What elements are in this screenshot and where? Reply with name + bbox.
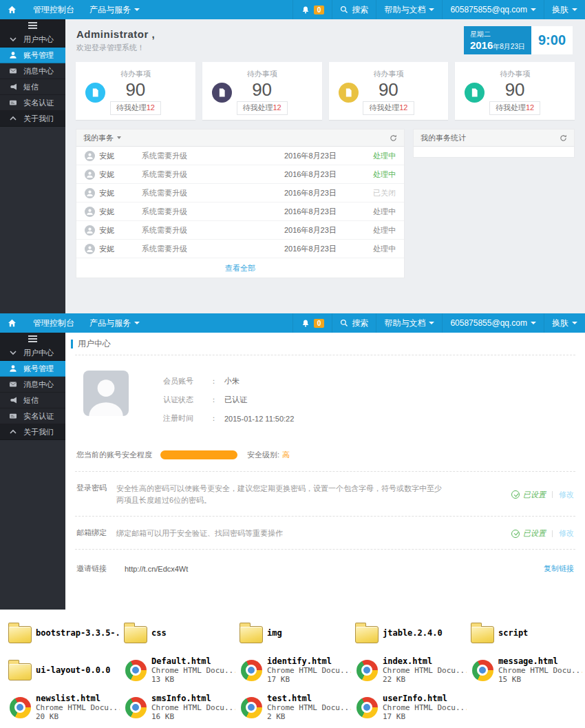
file-item[interactable]: jtable.2.4.0: [351, 615, 467, 651]
file-size: 22 KB: [383, 675, 467, 684]
task-row[interactable]: 安妮 系统需要升级 2016年8月23日 处理中: [76, 240, 404, 258]
skin-menu[interactable]: 换肤: [544, 313, 585, 333]
account-menu[interactable]: 605875855@qq.com: [442, 0, 544, 19]
navbar-right: 0 搜索 帮助与文档 605875855@qq.com 换肤: [292, 0, 585, 19]
task-user: 安妮: [99, 188, 142, 198]
chevron-up-icon: [8, 114, 17, 123]
bell-icon: [301, 6, 310, 14]
setting-description: 安全性高的密码可以使账号更安全，建议您定期更换密码，设置一个包含字母，符号或数字…: [116, 483, 447, 506]
sidebar-item[interactable]: 用户中心: [0, 32, 65, 48]
file-item[interactable]: ui-layout-0.0.0: [4, 652, 120, 688]
idcard-icon: [8, 98, 17, 107]
folder-icon: [351, 623, 383, 643]
nav-products[interactable]: 产品与服务: [82, 313, 147, 333]
nav-console[interactable]: 管理控制台: [25, 313, 82, 333]
file-item[interactable]: Default.html Chrome HTML Docu... 13 KB: [120, 652, 235, 688]
document-icon: [85, 83, 105, 103]
avatar: [83, 371, 129, 416]
file-item[interactable]: message.html Chrome HTML Docu... 15 KB: [467, 652, 582, 688]
date-box: 星期二 2016年8月23日: [464, 26, 531, 54]
handle-button[interactable]: 待我处理12: [110, 101, 161, 115]
menu-toggle[interactable]: [0, 19, 65, 32]
view-all-link[interactable]: 查看全部: [225, 263, 255, 273]
nav-console[interactable]: 管理控制台: [25, 0, 82, 19]
account-menu[interactable]: 605875855@qq.com: [442, 313, 544, 333]
home-button[interactable]: [0, 313, 25, 333]
file-item[interactable]: bootstrap-3.3.5-...: [4, 615, 120, 651]
search-button[interactable]: 搜索: [332, 0, 376, 19]
date-text: 2016年8月23日: [470, 39, 525, 52]
sidebar-filler: [0, 127, 65, 313]
refresh-button[interactable]: [390, 134, 397, 142]
card-title: 待办事项: [455, 69, 575, 79]
sidebar-filler: [0, 440, 65, 610]
file-item[interactable]: newslist.html Chrome HTML Docu... 20 KB: [4, 689, 120, 725]
sidebar-item[interactable]: 实名认证: [0, 408, 65, 424]
modify-link[interactable]: 修改: [559, 490, 574, 500]
top-navbar: 管理控制台 产品与服务 0 搜索 帮助与文档 605875855@qq.com …: [0, 313, 585, 333]
task-row[interactable]: 安妮 系统需要升级 2016年8月23日 处理中: [76, 165, 404, 184]
notifications-button[interactable]: 0: [292, 313, 332, 333]
sidebar-item[interactable]: 账号管理: [0, 361, 65, 377]
task-date: 2016年8月23日: [284, 151, 361, 161]
sidebar-item[interactable]: 消息中心: [0, 377, 65, 393]
file-size: 17 KB: [383, 712, 467, 721]
file-item[interactable]: css: [120, 615, 235, 651]
task-user: 安妮: [99, 207, 142, 217]
task-date: 2016年8月23日: [284, 188, 361, 198]
help-menu[interactable]: 帮助与文档: [376, 313, 442, 333]
user-center-content: 用户中心 会员账号 ： 小朱: [65, 333, 585, 610]
sidebar-item[interactable]: 账号管理: [0, 48, 65, 63]
sidebar-item[interactable]: 短信: [0, 79, 65, 95]
sidebar-item[interactable]: 消息中心: [0, 63, 65, 79]
handle-button[interactable]: 待我处理12: [489, 101, 540, 115]
task-row[interactable]: 安妮 系统需要升级 2016年8月23日 处理中: [76, 221, 404, 240]
file-item[interactable]: smsInfo.html Chrome HTML Docu... 16 KB: [120, 689, 235, 725]
task-status: 已关闭: [361, 188, 396, 198]
sidebar-item[interactable]: 用户中心: [0, 345, 65, 361]
skin-menu[interactable]: 换肤: [544, 0, 585, 19]
sidebar-item[interactable]: 短信: [0, 393, 65, 408]
task-row[interactable]: 安妮 系统需要升级 2016年8月23日 处理中: [76, 147, 404, 165]
chrome-icon: [120, 660, 151, 681]
notifications-button[interactable]: 0: [292, 0, 332, 19]
help-label: 帮助与文档: [384, 4, 425, 16]
sidebar-item[interactable]: 关于我们: [0, 111, 65, 127]
panels-row: 我的事务 安妮 系统需要升级: [76, 129, 575, 278]
handle-button[interactable]: 待我处理12: [363, 101, 414, 115]
sidebar-item[interactable]: 实名认证: [0, 95, 65, 111]
chevron-down-icon: [8, 349, 17, 357]
field-value: 已认证: [224, 395, 247, 405]
copy-link-button[interactable]: 复制链接: [544, 563, 574, 574]
field-separator: ：: [210, 395, 217, 405]
avatar: [85, 151, 95, 161]
handle-button[interactable]: 待我处理12: [237, 101, 288, 115]
file-kind: Chrome HTML Docu...: [498, 666, 582, 675]
invite-label: 邀请链接: [76, 563, 116, 574]
refresh-button[interactable]: [560, 134, 567, 142]
sidebar-item-label: 短信: [23, 395, 39, 406]
check-circle-icon: [511, 490, 520, 499]
caret-down-icon[interactable]: [117, 136, 121, 139]
search-button[interactable]: 搜索: [332, 313, 376, 333]
caret-down-icon: [572, 8, 577, 11]
file-item[interactable]: userInfo.html Chrome HTML Docu... 17 KB: [351, 689, 467, 725]
task-row[interactable]: 安妮 系统需要升级 2016年8月23日 处理中: [76, 202, 404, 221]
file-item[interactable]: identify.html Chrome HTML Docu... 17 KB: [235, 652, 351, 688]
file-item[interactable]: index.html Chrome HTML Docu... 22 KB: [351, 652, 467, 688]
menu-toggle[interactable]: [0, 333, 65, 345]
security-level-label: 安全级别:: [247, 450, 279, 460]
nav-products[interactable]: 产品与服务: [82, 0, 147, 19]
chrome-icon: [235, 660, 267, 681]
caret-down-icon: [531, 322, 536, 324]
home-button[interactable]: [0, 0, 25, 19]
file-item[interactable]: test.html Chrome HTML Docu... 2 KB: [235, 689, 351, 725]
caret-down-icon: [531, 8, 536, 11]
help-menu[interactable]: 帮助与文档: [376, 0, 442, 19]
file-item[interactable]: script: [467, 615, 582, 651]
task-date: 2016年8月23日: [284, 169, 361, 180]
task-row[interactable]: 安妮 系统需要升级 2016年8月23日 已关闭: [76, 184, 404, 202]
sidebar-item[interactable]: 关于我们: [0, 424, 65, 440]
modify-link[interactable]: 修改: [559, 528, 574, 539]
file-item[interactable]: img: [235, 615, 351, 651]
